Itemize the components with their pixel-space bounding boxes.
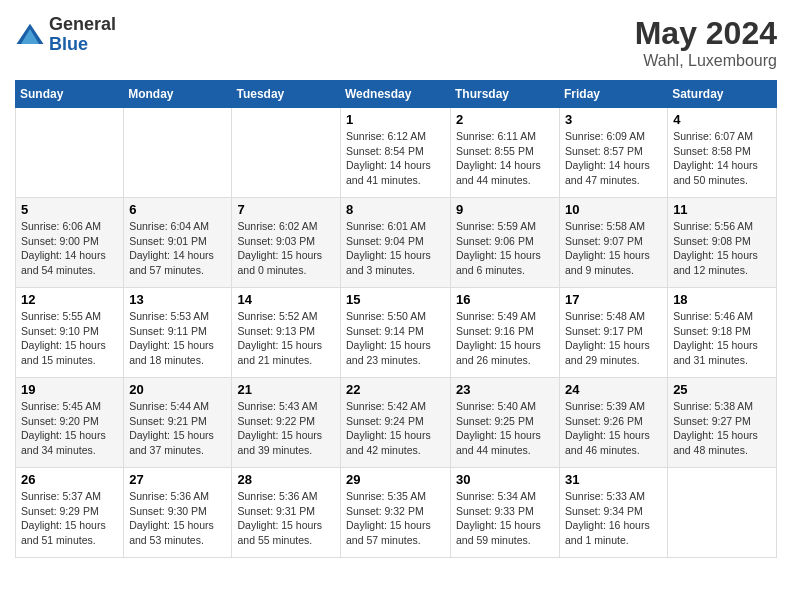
day-number: 18 xyxy=(673,292,771,307)
day-number: 14 xyxy=(237,292,335,307)
calendar-day-cell: 4Sunrise: 6:07 AMSunset: 8:58 PMDaylight… xyxy=(668,108,777,198)
day-info: Sunrise: 6:12 AMSunset: 8:54 PMDaylight:… xyxy=(346,129,445,188)
day-number: 4 xyxy=(673,112,771,127)
calendar-day-cell: 14Sunrise: 5:52 AMSunset: 9:13 PMDayligh… xyxy=(232,288,341,378)
day-info: Sunrise: 6:01 AMSunset: 9:04 PMDaylight:… xyxy=(346,219,445,278)
day-info: Sunrise: 5:40 AMSunset: 9:25 PMDaylight:… xyxy=(456,399,554,458)
day-info: Sunrise: 5:36 AMSunset: 9:31 PMDaylight:… xyxy=(237,489,335,548)
day-number: 2 xyxy=(456,112,554,127)
calendar-day-cell: 8Sunrise: 6:01 AMSunset: 9:04 PMDaylight… xyxy=(341,198,451,288)
calendar-day-cell: 18Sunrise: 5:46 AMSunset: 9:18 PMDayligh… xyxy=(668,288,777,378)
calendar-week-row: 19Sunrise: 5:45 AMSunset: 9:20 PMDayligh… xyxy=(16,378,777,468)
calendar-day-cell: 15Sunrise: 5:50 AMSunset: 9:14 PMDayligh… xyxy=(341,288,451,378)
day-info: Sunrise: 6:07 AMSunset: 8:58 PMDaylight:… xyxy=(673,129,771,188)
weekday-header: Wednesday xyxy=(341,81,451,108)
calendar-day-cell: 17Sunrise: 5:48 AMSunset: 9:17 PMDayligh… xyxy=(560,288,668,378)
calendar-day-cell: 27Sunrise: 5:36 AMSunset: 9:30 PMDayligh… xyxy=(124,468,232,558)
weekday-header: Saturday xyxy=(668,81,777,108)
calendar-day-cell: 5Sunrise: 6:06 AMSunset: 9:00 PMDaylight… xyxy=(16,198,124,288)
day-info: Sunrise: 5:35 AMSunset: 9:32 PMDaylight:… xyxy=(346,489,445,548)
calendar-week-row: 1Sunrise: 6:12 AMSunset: 8:54 PMDaylight… xyxy=(16,108,777,198)
calendar-day-cell: 28Sunrise: 5:36 AMSunset: 9:31 PMDayligh… xyxy=(232,468,341,558)
day-info: Sunrise: 5:49 AMSunset: 9:16 PMDaylight:… xyxy=(456,309,554,368)
calendar-table: SundayMondayTuesdayWednesdayThursdayFrid… xyxy=(15,80,777,558)
logo-blue-text: Blue xyxy=(49,35,116,55)
day-number: 27 xyxy=(129,472,226,487)
day-number: 7 xyxy=(237,202,335,217)
day-number: 26 xyxy=(21,472,118,487)
logo-icon xyxy=(15,20,45,50)
calendar-day-cell xyxy=(668,468,777,558)
weekday-header: Tuesday xyxy=(232,81,341,108)
day-number: 30 xyxy=(456,472,554,487)
weekday-header: Friday xyxy=(560,81,668,108)
day-info: Sunrise: 5:34 AMSunset: 9:33 PMDaylight:… xyxy=(456,489,554,548)
day-number: 21 xyxy=(237,382,335,397)
calendar-day-cell: 25Sunrise: 5:38 AMSunset: 9:27 PMDayligh… xyxy=(668,378,777,468)
day-number: 13 xyxy=(129,292,226,307)
day-info: Sunrise: 5:53 AMSunset: 9:11 PMDaylight:… xyxy=(129,309,226,368)
calendar-day-cell xyxy=(124,108,232,198)
day-number: 24 xyxy=(565,382,662,397)
month-title: May 2024 xyxy=(635,15,777,52)
calendar-week-row: 26Sunrise: 5:37 AMSunset: 9:29 PMDayligh… xyxy=(16,468,777,558)
calendar-day-cell: 19Sunrise: 5:45 AMSunset: 9:20 PMDayligh… xyxy=(16,378,124,468)
title-block: May 2024 Wahl, Luxembourg xyxy=(635,15,777,70)
calendar-day-cell: 2Sunrise: 6:11 AMSunset: 8:55 PMDaylight… xyxy=(451,108,560,198)
day-info: Sunrise: 5:44 AMSunset: 9:21 PMDaylight:… xyxy=(129,399,226,458)
day-number: 3 xyxy=(565,112,662,127)
calendar-day-cell: 29Sunrise: 5:35 AMSunset: 9:32 PMDayligh… xyxy=(341,468,451,558)
calendar-day-cell: 3Sunrise: 6:09 AMSunset: 8:57 PMDaylight… xyxy=(560,108,668,198)
day-info: Sunrise: 5:56 AMSunset: 9:08 PMDaylight:… xyxy=(673,219,771,278)
day-info: Sunrise: 5:42 AMSunset: 9:24 PMDaylight:… xyxy=(346,399,445,458)
weekday-header: Thursday xyxy=(451,81,560,108)
day-number: 8 xyxy=(346,202,445,217)
day-number: 12 xyxy=(21,292,118,307)
calendar-header-row: SundayMondayTuesdayWednesdayThursdayFrid… xyxy=(16,81,777,108)
logo-general-text: General xyxy=(49,15,116,35)
calendar-day-cell: 24Sunrise: 5:39 AMSunset: 9:26 PMDayligh… xyxy=(560,378,668,468)
calendar-day-cell: 1Sunrise: 6:12 AMSunset: 8:54 PMDaylight… xyxy=(341,108,451,198)
location-title: Wahl, Luxembourg xyxy=(635,52,777,70)
day-number: 19 xyxy=(21,382,118,397)
day-number: 9 xyxy=(456,202,554,217)
day-number: 17 xyxy=(565,292,662,307)
calendar-day-cell xyxy=(16,108,124,198)
day-number: 10 xyxy=(565,202,662,217)
day-info: Sunrise: 5:52 AMSunset: 9:13 PMDaylight:… xyxy=(237,309,335,368)
day-info: Sunrise: 5:43 AMSunset: 9:22 PMDaylight:… xyxy=(237,399,335,458)
calendar-day-cell: 31Sunrise: 5:33 AMSunset: 9:34 PMDayligh… xyxy=(560,468,668,558)
day-info: Sunrise: 6:04 AMSunset: 9:01 PMDaylight:… xyxy=(129,219,226,278)
day-info: Sunrise: 5:59 AMSunset: 9:06 PMDaylight:… xyxy=(456,219,554,278)
day-number: 16 xyxy=(456,292,554,307)
day-number: 25 xyxy=(673,382,771,397)
weekday-header: Monday xyxy=(124,81,232,108)
day-number: 23 xyxy=(456,382,554,397)
calendar-day-cell: 7Sunrise: 6:02 AMSunset: 9:03 PMDaylight… xyxy=(232,198,341,288)
day-number: 1 xyxy=(346,112,445,127)
day-info: Sunrise: 5:33 AMSunset: 9:34 PMDaylight:… xyxy=(565,489,662,548)
calendar-day-cell: 30Sunrise: 5:34 AMSunset: 9:33 PMDayligh… xyxy=(451,468,560,558)
day-info: Sunrise: 5:38 AMSunset: 9:27 PMDaylight:… xyxy=(673,399,771,458)
calendar-day-cell: 22Sunrise: 5:42 AMSunset: 9:24 PMDayligh… xyxy=(341,378,451,468)
day-number: 31 xyxy=(565,472,662,487)
day-info: Sunrise: 5:45 AMSunset: 9:20 PMDaylight:… xyxy=(21,399,118,458)
day-number: 5 xyxy=(21,202,118,217)
day-info: Sunrise: 6:02 AMSunset: 9:03 PMDaylight:… xyxy=(237,219,335,278)
day-number: 22 xyxy=(346,382,445,397)
calendar-day-cell: 12Sunrise: 5:55 AMSunset: 9:10 PMDayligh… xyxy=(16,288,124,378)
calendar-day-cell xyxy=(232,108,341,198)
day-info: Sunrise: 6:09 AMSunset: 8:57 PMDaylight:… xyxy=(565,129,662,188)
day-info: Sunrise: 5:50 AMSunset: 9:14 PMDaylight:… xyxy=(346,309,445,368)
calendar-day-cell: 20Sunrise: 5:44 AMSunset: 9:21 PMDayligh… xyxy=(124,378,232,468)
day-info: Sunrise: 5:46 AMSunset: 9:18 PMDaylight:… xyxy=(673,309,771,368)
calendar-day-cell: 26Sunrise: 5:37 AMSunset: 9:29 PMDayligh… xyxy=(16,468,124,558)
calendar-day-cell: 9Sunrise: 5:59 AMSunset: 9:06 PMDaylight… xyxy=(451,198,560,288)
day-info: Sunrise: 5:48 AMSunset: 9:17 PMDaylight:… xyxy=(565,309,662,368)
calendar-week-row: 5Sunrise: 6:06 AMSunset: 9:00 PMDaylight… xyxy=(16,198,777,288)
day-number: 29 xyxy=(346,472,445,487)
day-info: Sunrise: 5:55 AMSunset: 9:10 PMDaylight:… xyxy=(21,309,118,368)
calendar-day-cell: 6Sunrise: 6:04 AMSunset: 9:01 PMDaylight… xyxy=(124,198,232,288)
day-info: Sunrise: 5:36 AMSunset: 9:30 PMDaylight:… xyxy=(129,489,226,548)
logo: General Blue xyxy=(15,15,116,55)
